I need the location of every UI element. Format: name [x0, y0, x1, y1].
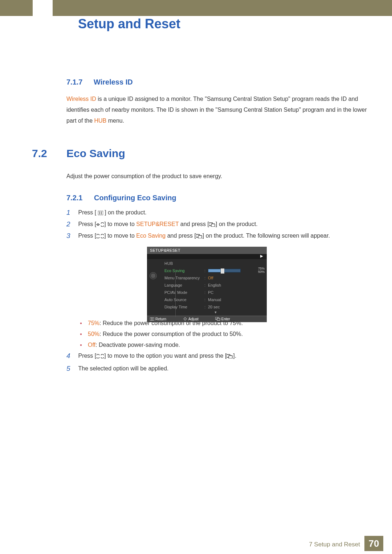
bullet-icon: ●	[80, 340, 88, 350]
step-text: Press [] to move to SETUP&RESET and pres…	[78, 220, 365, 228]
svg-rect-6	[198, 235, 202, 238]
step-2: 2 Press [] to move to SETUP&RESET and pr…	[66, 220, 368, 228]
osd-colon: :	[204, 268, 208, 273]
osd-colon: :	[204, 283, 208, 287]
text: Press [	[78, 209, 98, 216]
section-title-721: Configuring Eco Saving	[94, 194, 176, 202]
text: menu.	[106, 118, 124, 124]
step-5: 5 The selected option will be applied.	[66, 365, 368, 373]
osd-row-eco-saving: Eco Saving :	[164, 267, 267, 274]
section-number-72: 7.2	[32, 147, 47, 160]
bullet-icon: ●	[80, 329, 88, 340]
osd-row-menu-transparency: Menu Transparency : Off	[164, 274, 267, 282]
osd-value: Manual	[208, 297, 221, 302]
keyword-75pct: 75%	[88, 320, 99, 326]
osd-slider-labels: 75% 50%	[258, 267, 265, 274]
osd-row-display-time: Display Time : 20 sec	[164, 303, 267, 311]
text: ] to move to	[104, 233, 136, 239]
step-text: The selected option will be applied.	[78, 365, 365, 373]
document-page: Setup and Reset 7.1.7 Wireless ID Wirele…	[0, 0, 392, 554]
text: : Reduce the power consumption of the pr…	[99, 331, 243, 337]
step-number: 5	[66, 365, 77, 373]
up-down-icon	[96, 234, 104, 238]
osd-label: PC/AV Mode	[164, 290, 204, 295]
keyword-50pct: 50%	[88, 331, 99, 337]
header-strip	[0, 0, 392, 16]
up-down-icon	[96, 222, 104, 227]
svg-rect-0	[98, 211, 103, 215]
osd-screenshot: SETUP&RESET ▶ 75% 50% HUB Eco Saving :	[147, 247, 267, 322]
osd-value: 20 sec	[208, 305, 220, 309]
osd-label: Menu Transparency	[164, 276, 204, 280]
footer-chapter-label: 7 Setup and Reset	[309, 541, 360, 548]
svg-rect-13	[229, 356, 232, 358]
text: ] to move to	[104, 221, 136, 227]
text: Press [	[78, 221, 96, 227]
osd-colon: :	[204, 297, 208, 302]
osd-colon: :	[204, 290, 208, 295]
step-number: 2	[66, 220, 77, 228]
text: : Deactivate power-saving mode.	[95, 342, 180, 348]
section-title-72: Eco Saving	[66, 147, 125, 160]
osd-divider	[175, 270, 176, 317]
paragraph-72: Adjust the power consumption of the prod…	[66, 173, 368, 180]
osd-slider	[208, 269, 241, 272]
step-number: 3	[66, 232, 77, 240]
step-text: Press [ ] on the product.	[78, 209, 365, 217]
step-number: 4	[66, 352, 77, 360]
osd-label: HUB	[164, 261, 204, 266]
page-number: 70	[364, 536, 383, 551]
osd-colon: :	[204, 305, 208, 309]
step-text: Press [] to move to the option you want …	[78, 352, 365, 360]
osd-label: Auto Source	[164, 297, 204, 302]
osd-label-active: Eco Saving	[164, 268, 204, 273]
step-text: Press [] to move to Eco Saving and press…	[78, 232, 365, 240]
osd-scroll-down-arrow: ▼	[164, 311, 267, 314]
enter-icon	[209, 222, 216, 227]
keyword-hub: HUB	[94, 118, 107, 124]
osd-row-language: Language : English	[164, 282, 267, 289]
keyword-wireless-id: Wireless ID	[66, 96, 96, 102]
osd-category-icon-col	[147, 259, 159, 316]
keyword-eco-saving: Eco Saving	[136, 233, 166, 239]
osd-body: 75% 50% HUB Eco Saving : Menu Transparen…	[147, 259, 267, 316]
bullet-icon: ●	[80, 318, 88, 329]
keyword-off: Off	[88, 342, 95, 348]
text: ] on the product.	[216, 221, 258, 227]
osd-slider-label-bot: 50%	[258, 270, 265, 274]
keyword-setup-reset: SETUP&RESET	[136, 221, 179, 227]
text: : Reduce the power consumption of the pr…	[99, 320, 243, 326]
text: ] to move to the option you want and pre…	[104, 353, 226, 359]
enter-icon	[196, 234, 203, 238]
chapter-title: Setup and Reset	[78, 16, 180, 32]
step-4: 4 Press [] to move to the option you wan…	[66, 352, 368, 360]
up-down-icon	[96, 354, 104, 358]
text: and press [	[179, 221, 209, 227]
osd-label: Language	[164, 283, 204, 287]
osd-value: English	[208, 283, 221, 287]
gear-icon	[150, 272, 157, 279]
bullet-list: ●75%: Reduce the power consumption of th…	[80, 318, 367, 350]
step-3: 3 Press [] to move to Eco Saving and pre…	[66, 232, 368, 240]
page-footer: 7 Setup and Reset 70	[0, 535, 392, 554]
paragraph-717: Wireless ID is a unique ID assigned to a…	[66, 94, 368, 126]
osd-row-pcav-mode: PC/AV Mode : PC	[164, 289, 267, 296]
section-title-717: Wireless ID	[94, 78, 133, 86]
text: and press [	[166, 233, 196, 239]
menu-icon	[98, 211, 103, 215]
osd-row-auto-source: Auto Source : Manual	[164, 296, 267, 303]
text: ] on the product. The following screen w…	[203, 233, 330, 239]
osd-title: SETUP&RESET	[147, 247, 267, 254]
text: ].	[233, 353, 236, 359]
list-item: ●Off: Deactivate power-saving mode.	[80, 340, 367, 350]
osd-value-slider	[208, 269, 241, 272]
text: ] on the product.	[103, 209, 147, 216]
osd-value: Off	[208, 276, 213, 280]
enter-icon	[226, 354, 233, 358]
text: Press [	[78, 353, 96, 359]
section-number-721: 7.2.1	[66, 194, 82, 202]
list-item: ●75%: Reduce the power consumption of th…	[80, 318, 367, 329]
osd-colon: :	[204, 276, 208, 280]
text: Press [	[78, 233, 96, 239]
osd-rows: 75% 50% HUB Eco Saving : Menu Transparen…	[159, 259, 267, 316]
